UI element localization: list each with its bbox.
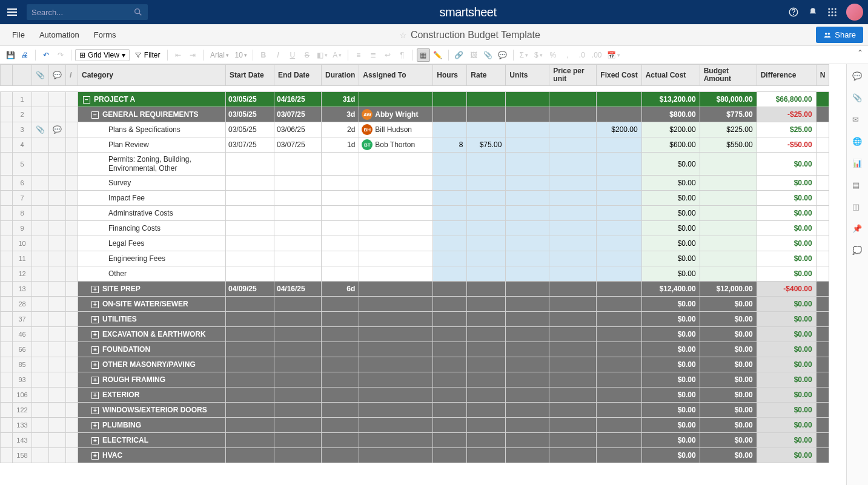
duration-cell[interactable] — [322, 388, 359, 403]
comment-cell[interactable] — [49, 327, 66, 342]
info-cell[interactable] — [66, 297, 78, 312]
outdent-icon[interactable]: ⇤ — [171, 48, 185, 62]
expand-gutter[interactable] — [1, 388, 13, 403]
table-row[interactable]: 11Engineering Fees$0.00$0.00 — [1, 251, 829, 266]
assigned-cell[interactable]: AWAbby Wright — [359, 107, 433, 122]
start-date-cell[interactable] — [226, 221, 274, 236]
hours-cell[interactable] — [433, 433, 467, 448]
save-icon[interactable]: 💾 — [4, 48, 17, 62]
budget-cell[interactable]: $0.00 — [700, 418, 757, 433]
category-cell[interactable]: +ON-SITE WATER/SEWER — [78, 297, 226, 312]
hours-cell[interactable] — [433, 92, 467, 107]
hours-cell[interactable] — [433, 107, 467, 122]
row-number[interactable]: 37 — [13, 312, 32, 327]
attach-cell[interactable] — [32, 327, 49, 342]
start-date-cell[interactable] — [226, 312, 274, 327]
assigned-cell[interactable] — [359, 153, 433, 176]
assigned-cell[interactable] — [359, 236, 433, 251]
difference-cell[interactable]: $0.00 — [757, 357, 816, 372]
rate-cell[interactable] — [467, 92, 506, 107]
start-date-cell[interactable]: 04/09/25 — [226, 282, 274, 297]
col-start-date[interactable]: Start Date — [226, 65, 274, 86]
duration-cell[interactable]: 3d — [322, 107, 359, 122]
row-number[interactable]: 4 — [13, 137, 32, 153]
publish-icon[interactable]: 🌐 — [852, 137, 863, 148]
actual-cost-cell[interactable]: $0.00 — [641, 176, 700, 191]
attach-cell[interactable] — [32, 107, 49, 122]
start-date-cell[interactable] — [226, 388, 274, 403]
assigned-cell[interactable] — [359, 312, 433, 327]
row-number[interactable]: 5 — [13, 153, 32, 176]
category-cell[interactable]: −PROJECT A — [78, 92, 226, 107]
expand-toggle[interactable]: + — [91, 331, 99, 338]
actual-cost-cell[interactable]: $0.00 — [641, 388, 700, 403]
image-icon[interactable]: 🖼 — [467, 48, 480, 62]
budget-cell[interactable] — [700, 153, 757, 176]
budget-cell[interactable]: $0.00 — [700, 297, 757, 312]
hours-cell[interactable] — [433, 418, 467, 433]
price-cell[interactable] — [549, 137, 597, 153]
row-number[interactable]: 3 — [13, 122, 32, 137]
start-date-cell[interactable] — [226, 418, 274, 433]
col-next[interactable]: N — [816, 65, 829, 86]
price-cell[interactable] — [549, 342, 597, 357]
duration-cell[interactable]: 31d — [322, 92, 359, 107]
assigned-cell[interactable] — [359, 221, 433, 236]
row-number[interactable]: 12 — [13, 266, 32, 282]
undo-icon[interactable]: ↶ — [39, 48, 53, 62]
fixed-cost-cell[interactable] — [597, 297, 641, 312]
duration-cell[interactable] — [322, 403, 359, 418]
comment-cell[interactable] — [49, 433, 66, 448]
duration-cell[interactable] — [322, 221, 359, 236]
duration-cell[interactable]: 1d — [322, 137, 359, 153]
menu-icon[interactable] — [5, 5, 19, 19]
difference-cell[interactable]: $0.00 — [757, 297, 816, 312]
price-cell[interactable] — [549, 107, 597, 122]
brandfolder-icon[interactable]: ◫ — [852, 202, 863, 213]
end-date-cell[interactable] — [274, 418, 322, 433]
hours-cell[interactable] — [433, 153, 467, 176]
fixed-cost-cell[interactable] — [597, 236, 641, 251]
row-number[interactable]: 2 — [13, 107, 32, 122]
price-cell[interactable] — [549, 388, 597, 403]
currency-icon[interactable]: $ — [532, 48, 545, 62]
chat-icon[interactable]: 💭 — [852, 246, 863, 257]
duration-cell[interactable] — [322, 236, 359, 251]
attach-cell[interactable] — [32, 92, 49, 107]
category-cell[interactable]: +EXTERIOR — [78, 388, 226, 403]
actual-cost-cell[interactable]: $0.00 — [641, 403, 700, 418]
row-number[interactable]: 9 — [13, 221, 32, 236]
table-row[interactable]: 7Impact Fee$0.00$0.00 — [1, 191, 829, 206]
duration-cell[interactable] — [322, 251, 359, 266]
expand-gutter[interactable] — [1, 448, 13, 463]
row-number[interactable]: 13 — [13, 282, 32, 297]
end-date-cell[interactable] — [274, 191, 322, 206]
col-end-date[interactable]: End Date — [274, 65, 322, 86]
rate-cell[interactable] — [467, 153, 506, 176]
end-date-cell[interactable] — [274, 448, 322, 463]
price-cell[interactable] — [549, 236, 597, 251]
next-cell[interactable] — [816, 327, 829, 342]
actual-cost-cell[interactable]: $0.00 — [641, 251, 700, 266]
budget-cell[interactable]: $225.00 — [700, 122, 757, 137]
expand-gutter[interactable] — [1, 92, 13, 107]
units-cell[interactable] — [506, 176, 549, 191]
end-date-cell[interactable] — [274, 327, 322, 342]
hours-cell[interactable] — [433, 357, 467, 372]
actual-cost-cell[interactable]: $0.00 — [641, 312, 700, 327]
format-icon[interactable]: ¶ — [396, 48, 409, 62]
info-cell[interactable] — [66, 221, 78, 236]
units-cell[interactable] — [506, 388, 549, 403]
fixed-cost-cell[interactable] — [597, 342, 641, 357]
table-row[interactable]: 46+EXCAVATION & EARTHWORK$0.00$0.00$0.00 — [1, 327, 829, 342]
assigned-cell[interactable] — [359, 342, 433, 357]
start-date-cell[interactable] — [226, 236, 274, 251]
percent-icon[interactable]: % — [546, 48, 560, 62]
rate-cell[interactable] — [467, 206, 506, 221]
assigned-cell[interactable] — [359, 388, 433, 403]
duration-cell[interactable] — [322, 327, 359, 342]
start-date-cell[interactable] — [226, 372, 274, 388]
expand-gutter[interactable] — [1, 266, 13, 282]
info-cell[interactable] — [66, 403, 78, 418]
end-date-cell[interactable] — [274, 342, 322, 357]
